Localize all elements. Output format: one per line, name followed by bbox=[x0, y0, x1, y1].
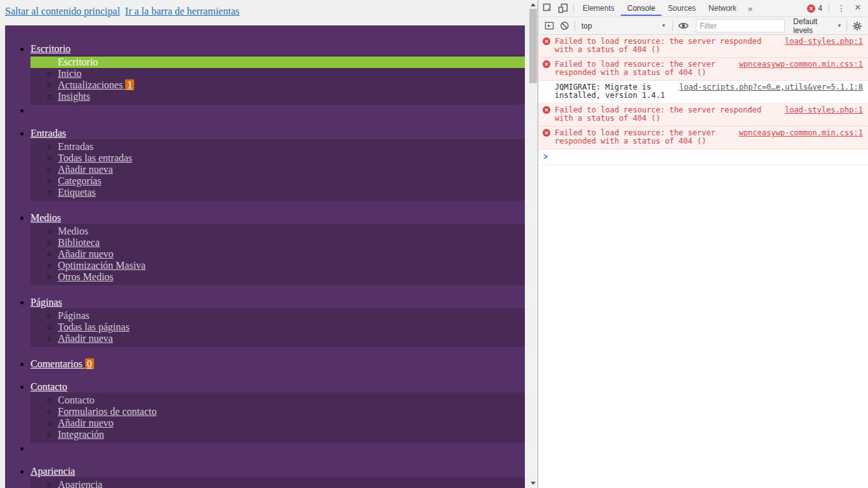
console-message-source-link[interactable]: wpnceasywp-common.min.css:1 bbox=[739, 129, 863, 137]
submenu-link-anadir-nueva[interactable]: Añadir nueva bbox=[58, 164, 113, 175]
console-message-error: wpnceasywp-common.min.css:1Failed to loa… bbox=[538, 126, 868, 149]
submenu-item-anadir-nueva: Añadir nueva bbox=[58, 333, 525, 344]
console-prompt[interactable]: > bbox=[538, 149, 868, 165]
update-count-badge: 1 bbox=[125, 79, 134, 90]
submenu-link-etiquetas[interactable]: Etiquetas bbox=[58, 187, 96, 198]
menu-item-contacto: ContactoContactoFormularios de contactoA… bbox=[31, 370, 525, 443]
submenu-link-anadir-nuevo[interactable]: Añadir nuevo bbox=[58, 248, 114, 259]
submenu-link-anadir-nuevo[interactable]: Añadir nuevo bbox=[58, 417, 114, 428]
submenu-item-biblioteca: Biblioteca bbox=[58, 237, 525, 248]
submenu-link-anadir-nueva[interactable]: Añadir nueva bbox=[58, 333, 113, 344]
submenu-link-actualizaciones[interactable]: Actualizaciones 1 bbox=[58, 79, 134, 90]
tab-console[interactable]: Console bbox=[621, 1, 661, 16]
wordpress-admin-page: Saltar al contenido principal Ir a la ba… bbox=[0, 0, 529, 488]
menu-link-apariencia[interactable]: Apariencia bbox=[31, 466, 75, 477]
submenu-label: Apariencia bbox=[58, 479, 102, 488]
submenu-medios: MediosBibliotecaAñadir nuevoOptimización… bbox=[31, 224, 525, 285]
submenu-label: Páginas bbox=[58, 310, 90, 321]
submenu-label: Entradas bbox=[58, 141, 93, 152]
menu-link-medios[interactable]: Medios bbox=[31, 212, 61, 223]
inspect-element-icon[interactable] bbox=[540, 1, 555, 16]
submenu-item-actualizaciones: Actualizaciones 1 bbox=[58, 79, 525, 91]
scrollbar-down-arrow-icon[interactable] bbox=[531, 482, 536, 485]
submenu-item-contacto: Contacto bbox=[58, 395, 525, 406]
error-count-icon[interactable] bbox=[807, 4, 815, 13]
submenu-link-formularios-de-contacto[interactable]: Formularios de contacto bbox=[58, 406, 157, 417]
submenu-apariencia: AparienciaTemasPersonalizarWidgets bbox=[31, 477, 525, 488]
submenu-entradas: EntradasTodas las entradasAñadir nuevaCa… bbox=[31, 139, 525, 201]
menu-item-medios: MediosMediosBibliotecaAñadir nuevoOptimi… bbox=[31, 201, 525, 285]
submenu-link-categorias[interactable]: Categorías bbox=[58, 175, 101, 186]
console-message-source-link[interactable]: load-styles.php:1 bbox=[785, 37, 863, 46]
submenu-link-inicio[interactable]: Inicio bbox=[58, 68, 81, 79]
more-tabs-button[interactable]: » bbox=[743, 4, 757, 13]
skip-to-content-link[interactable]: Saltar al contenido principal bbox=[5, 6, 120, 17]
live-expression-eye-icon[interactable] bbox=[675, 18, 691, 34]
submenu-item-etiquetas: Etiquetas bbox=[58, 187, 525, 198]
submenu-link-optimizacion-masiva[interactable]: Optimización Masiva bbox=[58, 260, 146, 271]
page-scrollbar[interactable] bbox=[529, 0, 538, 488]
menu-icon-placeholder bbox=[31, 32, 525, 43]
menu-link-entradas[interactable]: Entradas bbox=[31, 128, 66, 139]
submenu-link-otros-medios[interactable]: Otros Medios bbox=[58, 271, 114, 282]
error-circle-x-icon bbox=[543, 60, 550, 68]
console-filter-input[interactable] bbox=[696, 19, 785, 32]
submenu-item-anadir-nuevo: Añadir nuevo bbox=[58, 248, 525, 260]
console-messages: load-styles.php:1Failed to load resource… bbox=[538, 35, 868, 149]
admin-menu: EscritorioEscritorioInicioActualizacione… bbox=[5, 25, 525, 488]
execution-context-select[interactable]: top ▼ bbox=[578, 22, 670, 30]
submenu-item-entradas: Entradas bbox=[58, 141, 525, 152]
submenu-item-optimizacion-masiva: Optimización Masiva bbox=[58, 260, 525, 271]
toolbar-separator bbox=[574, 21, 575, 31]
screen: Saltar al contenido principal Ir a la ba… bbox=[0, 0, 868, 488]
menu-item-paginas: PáginasPáginasTodas las páginasAñadir nu… bbox=[31, 285, 525, 347]
menu-icon-placeholder bbox=[31, 285, 525, 297]
devtools-menu-icon[interactable]: ⋮ bbox=[832, 3, 851, 13]
skip-links: Saltar al contenido principal Ir a la ba… bbox=[5, 5, 524, 17]
skip-to-toolbar-link[interactable]: Ir a la barra de herramientas bbox=[125, 6, 240, 17]
submenu-link-todas-las-entradas[interactable]: Todas las entradas bbox=[58, 152, 132, 163]
console-sidebar-icon[interactable] bbox=[541, 18, 557, 34]
error-icon bbox=[543, 129, 551, 137]
devtools-tabs: ElementsConsoleSourcesNetwork bbox=[576, 1, 743, 16]
submenu-active-item[interactable]: Escritorio bbox=[31, 57, 525, 68]
console-message-source-link[interactable]: load-scripts.php?c=0…e,utils&ver=5.1.1:8 bbox=[679, 83, 863, 92]
tabbar-right-controls: 4 ⋮ × bbox=[807, 1, 866, 15]
submenu-item-anadir-nueva: Añadir nueva bbox=[58, 164, 525, 175]
menu-separator bbox=[31, 443, 525, 454]
submenu-link-todas-las-paginas[interactable]: Todas las páginas bbox=[58, 322, 130, 332]
submenu-item-formularios-de-contacto: Formularios de contacto bbox=[58, 406, 525, 417]
scrollbar-up-arrow-icon[interactable] bbox=[531, 3, 536, 6]
submenu-item-apariencia: Apariencia bbox=[58, 479, 525, 488]
console-message-text: wpnceasywp-common.min.css:1Failed to loa… bbox=[555, 60, 863, 77]
clear-console-icon[interactable] bbox=[557, 18, 572, 34]
menu-link-paginas[interactable]: Páginas bbox=[31, 297, 62, 308]
tab-network[interactable]: Network bbox=[702, 1, 743, 16]
console-message-source-link[interactable]: wpnceasywp-common.min.css:1 bbox=[739, 60, 863, 69]
menu-icon-placeholder bbox=[31, 347, 525, 358]
console-message-log: load-scripts.php?c=0…e,utils&ver=5.1.1:8… bbox=[538, 81, 868, 104]
submenu-paginas: PáginasTodas las páginasAñadir nueva bbox=[31, 308, 525, 347]
menu-link-escritorio[interactable]: Escritorio bbox=[31, 43, 71, 54]
submenu-link-integracion[interactable]: Integración bbox=[58, 429, 104, 440]
tab-sources[interactable]: Sources bbox=[661, 1, 702, 16]
console-settings-gear-icon[interactable] bbox=[850, 18, 865, 34]
console-message-source-link[interactable]: load-styles.php:1 bbox=[785, 106, 863, 114]
console-toolbar: top ▼ Default levels ▼ bbox=[538, 17, 868, 35]
menu-item-comentarios: Comentarios 0 bbox=[31, 347, 525, 370]
menu-link-contacto[interactable]: Contacto bbox=[31, 381, 67, 392]
menu-separator bbox=[31, 105, 525, 116]
submenu-link-insights[interactable]: Insights bbox=[58, 91, 90, 102]
log-levels-select[interactable]: Default levels ▼ bbox=[789, 17, 846, 35]
menu-icon-placeholder bbox=[31, 454, 525, 466]
devtools-close-icon[interactable]: × bbox=[851, 1, 866, 15]
tab-elements[interactable]: Elements bbox=[576, 1, 621, 16]
menu-link-comentarios[interactable]: Comentarios 0 bbox=[31, 358, 94, 369]
submenu-item-otros-medios: Otros Medios bbox=[58, 271, 525, 283]
submenu-link-biblioteca[interactable]: Biblioteca bbox=[58, 237, 100, 248]
submenu-item-anadir-nuevo: Añadir nuevo bbox=[58, 417, 525, 429]
scrollbar-thumb[interactable] bbox=[529, 9, 537, 83]
device-toolbar-icon[interactable] bbox=[555, 1, 571, 16]
menu-icon-placeholder bbox=[31, 201, 525, 212]
console-message-error: load-styles.php:1Failed to load resource… bbox=[538, 104, 868, 126]
